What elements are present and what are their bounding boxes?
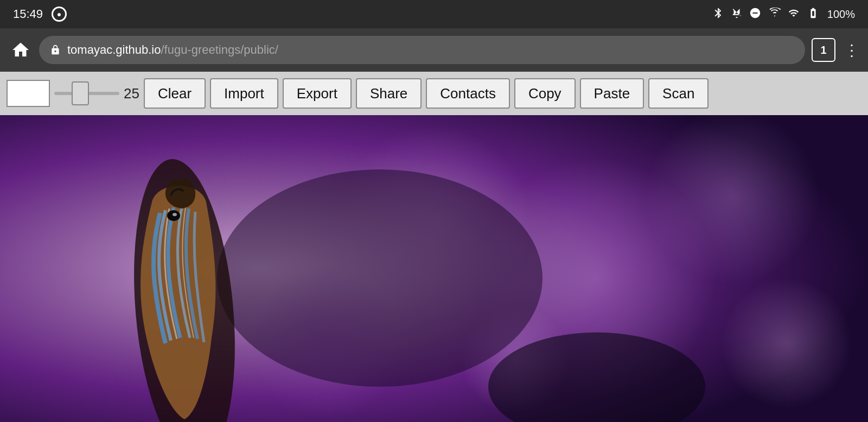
battery-icon: [806, 7, 821, 22]
battery-percentage: 100%: [827, 8, 855, 21]
status-right: 100%: [712, 7, 855, 22]
paste-button[interactable]: Paste: [580, 78, 644, 109]
dnd-icon: [749, 7, 761, 22]
scan-button[interactable]: Scan: [648, 78, 709, 109]
home-button[interactable]: [9, 38, 33, 62]
contacts-button[interactable]: Contacts: [426, 78, 510, 109]
import-button[interactable]: Import: [210, 78, 278, 109]
fish-illustration: [0, 115, 868, 422]
browser-chrome: tomayac.github.io/fugu-greetings/public/…: [0, 28, 868, 72]
slider-thumb[interactable]: [72, 81, 89, 105]
signal-icon: [788, 7, 799, 22]
notification-off-icon: [731, 7, 743, 22]
color-swatch[interactable]: [7, 80, 50, 107]
home-icon: [11, 40, 30, 60]
svg-point-11: [173, 213, 177, 216]
url-domain: tomayac.github.io: [67, 43, 161, 56]
address-bar[interactable]: tomayac.github.io/fugu-greetings/public/: [39, 36, 805, 64]
clear-button[interactable]: Clear: [144, 78, 206, 109]
slider-track[interactable]: [54, 92, 119, 95]
status-left: 15:49 ●: [13, 7, 67, 22]
export-button[interactable]: Export: [283, 78, 352, 109]
status-bar: 15:49 ●: [0, 0, 868, 28]
toolbar: 25 Clear Import Export Share Contacts Co…: [0, 72, 868, 115]
svg-point-3: [646, 115, 819, 284]
tab-count[interactable]: 1: [812, 38, 835, 62]
svg-point-7: [217, 169, 542, 387]
fish-background: [0, 115, 868, 422]
time-display: 15:49: [13, 7, 43, 21]
bluetooth-icon: [712, 7, 724, 22]
browser-right: 1 ⋮: [812, 38, 859, 62]
browser-menu-button[interactable]: ⋮: [844, 41, 859, 59]
share-button[interactable]: Share: [356, 78, 422, 109]
svg-point-5: [722, 278, 852, 408]
copy-button[interactable]: Copy: [514, 78, 576, 109]
url-display: tomayac.github.io/fugu-greetings/public/: [67, 43, 278, 57]
slider-value: 25: [124, 85, 139, 102]
app-icon: ●: [52, 7, 67, 22]
canvas-area[interactable]: [0, 115, 868, 422]
wifi-icon: [768, 7, 782, 22]
url-path: /fugu-greetings/public/: [161, 43, 278, 56]
lock-icon: [50, 45, 61, 55]
slider-container: [54, 92, 119, 95]
